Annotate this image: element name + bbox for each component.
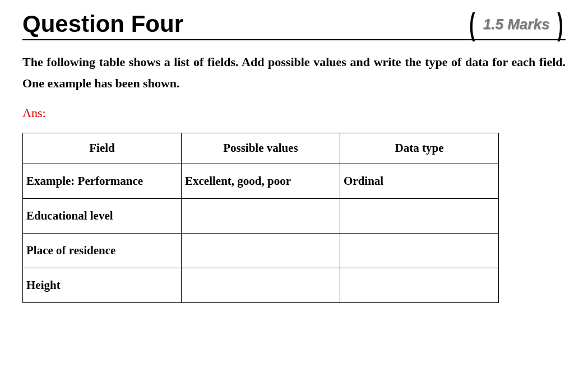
cell-field: Place of residence — [23, 233, 182, 268]
question-prompt: The following table shows a list of fiel… — [22, 52, 566, 94]
table-row: Height — [23, 268, 499, 302]
cell-field: Example: Performance — [23, 164, 182, 198]
column-header-field: Field — [23, 133, 182, 164]
cell-possible — [182, 198, 340, 233]
cell-possible — [182, 233, 340, 268]
cell-dtype — [340, 268, 499, 302]
table-row: Educational level — [23, 198, 499, 233]
table-header-row: Field Possible values Data type — [23, 133, 499, 164]
marks-badge: ( 1.5 Marks ) — [467, 12, 566, 37]
cell-possible: Excellent, good, poor — [182, 164, 340, 198]
fields-table: Field Possible values Data type Example:… — [22, 133, 499, 303]
answer-label: Ans: — [22, 106, 566, 120]
column-header-possible: Possible values — [182, 133, 340, 164]
cell-dtype: Ordinal — [340, 164, 499, 198]
marks-text: 1.5 Marks — [483, 16, 550, 33]
cell-field: Educational level — [23, 198, 182, 233]
cell-dtype — [340, 198, 499, 233]
cell-field: Height — [23, 268, 182, 302]
header: Question Four ( 1.5 Marks ) — [22, 11, 566, 40]
column-header-datatype: Data type — [340, 133, 499, 164]
cell-dtype — [340, 233, 499, 268]
cell-possible — [182, 268, 340, 302]
table-row: Place of residence — [23, 233, 499, 268]
bracket-open-icon: ( — [469, 12, 475, 37]
question-title: Question Four — [22, 11, 183, 37]
table-row: Example: Performance Excellent, good, po… — [23, 164, 499, 198]
bracket-close-icon: ) — [558, 12, 563, 37]
